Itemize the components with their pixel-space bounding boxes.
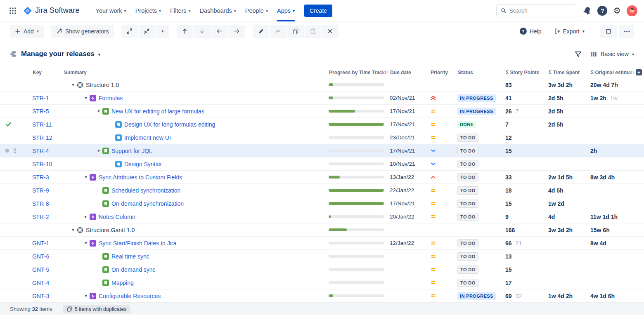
nav-dashboards[interactable]: Dashboards▾ <box>195 0 241 21</box>
table-row[interactable]: STR-9 Scheduled synchronization 22/Jan/2… <box>0 184 644 197</box>
table-row[interactable]: STR-8 On-demand synchronization 17/Nov/2… <box>0 197 644 210</box>
move-down-button[interactable] <box>194 25 211 38</box>
story-points-cell[interactable]: 41 <box>505 92 548 104</box>
col-key[interactable]: Key <box>32 70 64 75</box>
jira-logo[interactable]: Jira Software <box>23 6 80 15</box>
priority-cell[interactable] <box>430 263 457 276</box>
time-spent-cell[interactable] <box>548 276 590 289</box>
issue-summary-link[interactable]: Notes Column <box>99 214 135 220</box>
priority-cell[interactable] <box>430 105 457 118</box>
due-date-cell[interactable]: 20/Jan/22 <box>390 210 430 223</box>
issue-key-link[interactable]: STR-5 <box>32 108 49 115</box>
paste-button[interactable] <box>305 25 321 38</box>
time-spent-cell[interactable]: 4d <box>548 210 590 223</box>
priority-cell[interactable] <box>430 131 457 144</box>
due-date-cell[interactable]: 17/Nov/21 <box>390 144 430 157</box>
copy-button[interactable] <box>287 25 304 38</box>
priority-cell[interactable] <box>430 158 457 170</box>
col-priority[interactable]: Priority <box>430 70 457 75</box>
show-generators-button[interactable]: Show generators <box>51 25 114 38</box>
story-points-cell[interactable] <box>505 158 548 170</box>
issue-summary-link[interactable]: Support for JQL <box>111 148 152 154</box>
story-points-cell[interactable]: 6932 <box>505 289 548 302</box>
settings-icon[interactable]: ⚙ <box>613 6 621 15</box>
original-estimate-cell[interactable] <box>590 197 636 210</box>
due-date-cell[interactable]: 17/Nov/21 <box>390 105 430 118</box>
due-date-cell[interactable] <box>390 250 430 263</box>
table-row[interactable]: STR-4 ▾ Support for JQL 17/Nov/21 TO DO … <box>0 144 644 158</box>
help-button[interactable]: ? Help <box>515 25 547 38</box>
due-date-cell[interactable]: 12/Jan/22 <box>390 237 430 249</box>
story-points-cell[interactable]: 17 <box>505 276 548 289</box>
issue-key-link[interactable]: STR-8 <box>32 200 49 207</box>
story-points-cell[interactable]: 6621 <box>505 237 548 249</box>
structure-selector[interactable]: Manage your releases ▾ <box>10 50 100 58</box>
expand-all-button[interactable] <box>121 25 138 38</box>
issue-summary-link[interactable]: Sync Start/Finish Dates to Jira <box>99 240 176 247</box>
expand-caret[interactable]: ▾ <box>82 174 90 180</box>
story-points-cell[interactable]: 33 <box>505 171 548 183</box>
original-estimate-cell[interactable] <box>590 250 636 263</box>
table-row[interactable]: ▾ Structure 1.0 83 3w 3d 2h 20w 4d 7h <box>0 78 644 92</box>
move-up-button[interactable] <box>177 25 193 38</box>
due-date-cell[interactable] <box>390 263 430 276</box>
story-points-cell[interactable]: 15 <box>505 263 548 276</box>
nav-apps[interactable]: Apps▾ <box>272 0 299 21</box>
status-badge[interactable]: TO DO <box>457 213 478 221</box>
user-avatar[interactable] <box>627 5 637 16</box>
col-time-spent[interactable]: Σ Time Spent <box>548 70 590 75</box>
expand-menu-button[interactable]: ▾ <box>156 25 169 38</box>
priority-cell[interactable] <box>430 223 457 236</box>
priority-cell[interactable] <box>430 250 457 263</box>
fullscreen-button[interactable] <box>600 25 617 38</box>
nav-projects[interactable]: Projects▾ <box>131 0 166 21</box>
issue-summary-link[interactable]: Implement new UI <box>124 134 171 141</box>
story-points-cell[interactable]: 18 <box>505 184 548 197</box>
table-row[interactable]: STR-2 ▸ Notes Column 20/Jan/22 TO DO 9 4… <box>0 210 644 223</box>
story-points-cell[interactable]: 15 <box>505 197 548 210</box>
story-points-cell[interactable]: 15 <box>505 144 548 157</box>
status-badge[interactable]: TO DO <box>457 239 478 247</box>
table-row[interactable]: STR-5 ▾ New UX for editing of large form… <box>0 105 644 118</box>
original-estimate-cell[interactable]: 2h <box>590 144 636 157</box>
status-badge[interactable]: IN PROGRESS <box>457 94 496 102</box>
issue-summary-link[interactable]: Formulas <box>99 95 123 101</box>
original-estimate-cell[interactable]: 8w 4d <box>590 237 636 249</box>
col-original-estimate[interactable]: Σ Original estimate <box>590 70 636 75</box>
time-spent-cell[interactable] <box>548 237 590 249</box>
time-spent-cell[interactable]: 2d 5h <box>548 105 590 118</box>
time-spent-cell[interactable] <box>548 144 590 157</box>
add-button[interactable]: Add ▾ <box>10 25 44 38</box>
drag-handle[interactable] <box>13 148 17 154</box>
original-estimate-cell[interactable]: 1w 2h1w <box>590 92 636 104</box>
indent-button[interactable] <box>229 25 245 38</box>
col-status[interactable]: Status <box>457 70 505 75</box>
original-estimate-cell[interactable] <box>590 131 636 144</box>
expand-caret[interactable]: ▾ <box>69 227 77 233</box>
cut-button[interactable]: ✂ <box>270 25 286 38</box>
duplicates-badge[interactable]: 5 items with duplicates <box>63 305 130 313</box>
issue-key-link[interactable]: GNT-5 <box>32 266 49 273</box>
due-date-cell[interactable]: 17/Nov/21 <box>390 118 430 131</box>
due-date-cell[interactable] <box>390 276 430 289</box>
time-spent-cell[interactable]: 1w 4d 2h <box>548 289 590 302</box>
time-spent-cell[interactable]: 2d 5h <box>548 118 590 131</box>
issue-key-link[interactable]: STR-12 <box>32 134 52 141</box>
remove-button[interactable] <box>322 25 339 38</box>
status-badge[interactable]: IN PROGRESS <box>457 292 496 300</box>
original-estimate-cell[interactable] <box>590 263 636 276</box>
time-spent-cell[interactable] <box>548 131 590 144</box>
time-spent-cell[interactable]: 2w 1d 5h <box>548 171 590 183</box>
edit-button[interactable] <box>253 25 269 38</box>
due-date-cell[interactable]: 23/Dec/21 <box>390 131 430 144</box>
priority-cell[interactable] <box>430 210 457 223</box>
help-icon[interactable]: ? <box>597 6 607 16</box>
col-story-points[interactable]: Σ Story Points <box>505 70 548 75</box>
original-estimate-cell[interactable] <box>590 158 636 170</box>
original-estimate-cell[interactable] <box>590 184 636 197</box>
issue-key-link[interactable]: GNT-1 <box>32 240 49 247</box>
more-button[interactable] <box>619 25 634 38</box>
table-row[interactable]: STR-3 ▾ Sync Attributes to Custom Fields… <box>0 171 644 184</box>
story-points-cell[interactable]: 267 <box>505 105 548 118</box>
outdent-button[interactable] <box>211 25 228 38</box>
